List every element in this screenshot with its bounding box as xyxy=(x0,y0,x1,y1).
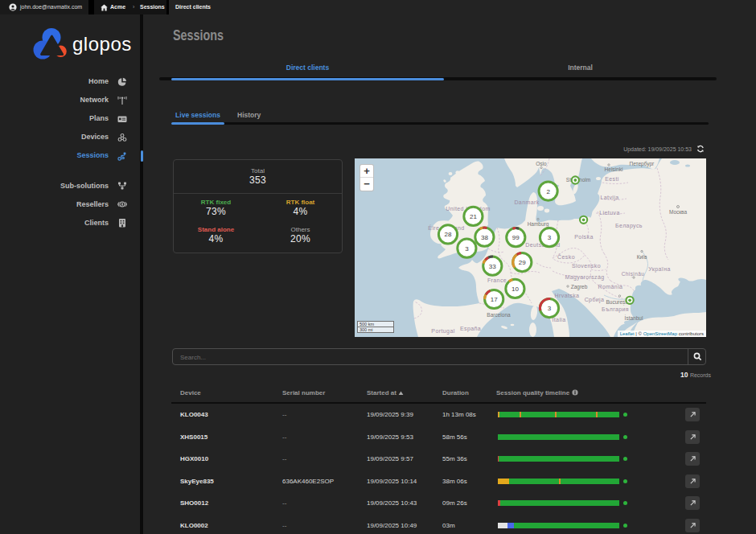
svg-text:Hamburg: Hamburg xyxy=(528,221,549,228)
svg-text:38: 38 xyxy=(481,234,488,241)
svg-text:29: 29 xyxy=(519,259,526,266)
svg-text:Беларусь: Беларусь xyxy=(615,223,643,229)
svg-text:Italia: Italia xyxy=(552,317,565,322)
svg-text:Eesti: Eesti xyxy=(605,176,619,182)
svg-text:Chișinău: Chișinău xyxy=(622,271,645,277)
svg-text:3: 3 xyxy=(548,305,552,312)
svg-text:Zagreb: Zagreb xyxy=(571,284,588,290)
svg-text:Helsinki: Helsinki xyxy=(605,166,623,172)
svg-text:Danmark: Danmark xyxy=(514,199,539,205)
svg-text:Polska: Polska xyxy=(574,234,593,240)
svg-text:България: България xyxy=(602,306,629,313)
svg-text:France: France xyxy=(487,277,507,283)
svg-text:10: 10 xyxy=(512,285,519,293)
svg-text:2: 2 xyxy=(546,188,550,195)
svg-text:Slovensko: Slovensko xyxy=(572,263,601,269)
svg-text:3: 3 xyxy=(548,234,552,241)
svg-text:España: España xyxy=(460,326,481,332)
svg-text:Lietuva: Lietuva xyxy=(599,210,619,216)
svg-text:România: România xyxy=(598,284,623,290)
svg-text:Barcelona: Barcelona xyxy=(487,312,511,318)
svg-text:Україна: Україна xyxy=(648,266,671,273)
svg-text:3: 3 xyxy=(465,245,469,253)
svg-text:Петербург: Петербург xyxy=(630,161,655,167)
svg-text:Oslo: Oslo xyxy=(536,161,547,166)
svg-text:Москва: Москва xyxy=(669,209,688,215)
svg-text:Србија: Србија xyxy=(585,297,605,303)
svg-text:Portugal: Portugal xyxy=(431,328,454,335)
svg-text:Česko: Česko xyxy=(557,253,575,260)
svg-text:17: 17 xyxy=(491,296,498,303)
svg-text:Latvija: Latvija xyxy=(600,195,618,201)
svg-text:Magyarország: Magyarország xyxy=(565,274,604,281)
svg-text:İstanbul: İstanbul xyxy=(625,314,643,321)
svg-text:99: 99 xyxy=(512,234,520,241)
svg-text:33: 33 xyxy=(489,263,496,270)
svg-text:Hrvatska: Hrvatska xyxy=(555,293,580,298)
svg-text:28: 28 xyxy=(445,231,452,238)
svg-text:Київ: Київ xyxy=(637,254,647,260)
svg-text:21: 21 xyxy=(470,213,477,220)
svg-text:București: București xyxy=(606,299,627,306)
